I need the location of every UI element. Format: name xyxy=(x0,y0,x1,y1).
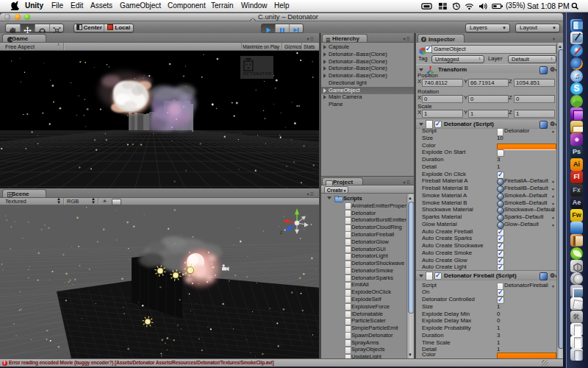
svg-text:z: z xyxy=(280,230,282,235)
svg-text:DETONATOR: DETONATOR xyxy=(243,71,272,76)
